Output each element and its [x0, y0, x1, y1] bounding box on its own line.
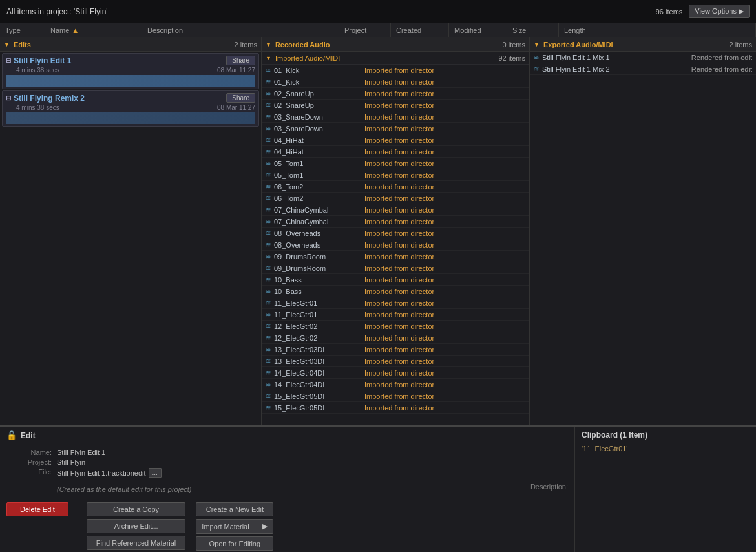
- exported-collapse-icon[interactable]: ▼: [534, 41, 540, 48]
- imported-item-desc: Imported from director: [364, 299, 525, 307]
- edit-item-2-date: 08 Mar 11:27: [217, 104, 255, 111]
- imported-audio-item-2[interactable]: ≋ 02_SnareUp Imported from director: [262, 88, 529, 100]
- imported-item-name: 14_ElecGtr04DI: [274, 369, 364, 377]
- imported-item-desc: Imported from director: [364, 206, 525, 214]
- edit-item-2[interactable]: ⊟ Still Flying Remix 2 Share 4 mins 38 s…: [2, 90, 259, 127]
- edits-section-header: ▼ Edits 2 items: [0, 37, 261, 52]
- imported-audio-item-6[interactable]: ≋ 04_HiHat Imported from director: [262, 134, 529, 146]
- create-new-edit-button[interactable]: Create a New Edit: [196, 502, 273, 516]
- items-count: 96 items: [656, 8, 683, 16]
- recorded-collapse-icon[interactable]: ▼: [266, 41, 271, 48]
- imported-audio-item-19[interactable]: ≋ 10_Bass Imported from director: [262, 286, 529, 297]
- archive-edit-button[interactable]: Archive Edit...: [87, 519, 186, 533]
- column-headers: Type Name ▲ Description Project Created …: [0, 23, 756, 37]
- audio-waveform-icon: ≋: [266, 323, 271, 330]
- audio-waveform-icon: ≋: [266, 276, 271, 283]
- audio-waveform-icon: ≋: [266, 90, 271, 97]
- audio-waveform-icon: ≋: [266, 218, 271, 225]
- imported-audio-item-21[interactable]: ≋ 11_ElecGtr01 Imported from director: [262, 309, 529, 321]
- clipboard-panel: Clipboard (1 Item) '11_ElecGtr01': [575, 427, 756, 552]
- imported-audio-item-24[interactable]: ≋ 13_ElecGtr03DI Imported from director: [262, 344, 529, 356]
- edit-item-1-share-button[interactable]: Share: [226, 56, 255, 65]
- exported-title: Exported Audio/MIDI: [543, 41, 613, 48]
- imported-audio-item-23[interactable]: ≋ 12_ElecGtr02 Imported from director: [262, 332, 529, 344]
- project-label: Project:: [6, 458, 52, 466]
- imported-item-name: 02_SnareUp: [274, 101, 364, 109]
- imported-item-desc: Imported from director: [364, 78, 525, 86]
- delete-edit-button[interactable]: Delete Edit: [6, 502, 68, 516]
- audio-waveform-icon: ≋: [266, 404, 271, 411]
- recorded-audio-header: ▼ Recorded Audio 0 items: [262, 37, 529, 52]
- edits-list: ⊟ Still Flyin Edit 1 Share 4 mins 38 sec…: [0, 52, 261, 425]
- imported-audio-item-13[interactable]: ≋ 07_ChinaCymbal Imported from director: [262, 216, 529, 228]
- imported-audio-item-5[interactable]: ≋ 03_SnareDown Imported from director: [262, 123, 529, 134]
- name-value: Still Flyin Edit 1: [57, 449, 568, 456]
- imported-item-name: 10_Bass: [274, 288, 364, 295]
- edits-collapse-icon[interactable]: ▼: [4, 41, 10, 48]
- create-copy-button[interactable]: Create a Copy: [87, 502, 186, 516]
- find-referenced-button[interactable]: Find Referenced Material: [87, 536, 186, 550]
- imported-audio-item-1[interactable]: ≋ 01_Kick Imported from director: [262, 76, 529, 88]
- imported-item-name: 04_HiHat: [274, 136, 364, 144]
- edits-count: 2 items: [235, 41, 257, 48]
- imported-item-desc: Imported from director: [364, 148, 525, 156]
- audio-waveform-icon: ≋: [266, 392, 271, 399]
- info-grid: Name: Still Flyin Edit 1 Project: Still …: [6, 449, 568, 478]
- exported-list[interactable]: ≋ Still Flyin Edit 1 Mix 1 Rendered from…: [530, 52, 756, 425]
- audio-waveform-icon: ≋: [266, 206, 271, 213]
- imported-audio-item-17[interactable]: ≋ 09_DrumsRoom Imported from director: [262, 262, 529, 274]
- imported-item-desc: Imported from director: [364, 288, 525, 295]
- imported-item-name: 12_ElecGtr02: [274, 334, 364, 342]
- edit-item-2-name: Still Flying Remix 2: [14, 94, 85, 103]
- imported-item-name: 03_SnareDown: [274, 113, 364, 121]
- description-label: Description:: [530, 483, 568, 491]
- import-material-button[interactable]: Import Material ▶: [196, 519, 273, 534]
- clipboard-item: '11_ElecGtr01': [582, 443, 750, 454]
- imported-audio-item-8[interactable]: ≋ 05_Tom1 Imported from director: [262, 158, 529, 169]
- exported-count: 2 items: [730, 41, 752, 48]
- imported-audio-item-20[interactable]: ≋ 11_ElecGtr01 Imported from director: [262, 297, 529, 309]
- imported-count: 92 items: [498, 54, 525, 62]
- imported-item-name: 05_Tom1: [274, 160, 364, 167]
- imported-audio-item-4[interactable]: ≋ 03_SnareDown Imported from director: [262, 111, 529, 123]
- imported-audio-item-7[interactable]: ≋ 04_HiHat Imported from director: [262, 146, 529, 158]
- edit-item-1[interactable]: ⊟ Still Flyin Edit 1 Share 4 mins 38 sec…: [2, 53, 259, 89]
- imported-audio-item-28[interactable]: ≋ 15_ElecGtr05DI Imported from director: [262, 390, 529, 402]
- exported-item-1[interactable]: ≋ Still Flyin Edit 1 Mix 2 Rendered from…: [530, 63, 756, 75]
- audio-waveform-icon: ≋: [266, 253, 271, 260]
- imported-audio-item-14[interactable]: ≋ 08_Overheads Imported from director: [262, 228, 529, 239]
- imported-audio-item-11[interactable]: ≋ 06_Tom2 Imported from director: [262, 193, 529, 204]
- imported-collapse-icon[interactable]: ▼: [266, 55, 271, 61]
- name-label: Name:: [6, 449, 52, 456]
- imported-audio-list[interactable]: ≋ 01_Kick Imported from director ≋ 01_Ki…: [262, 65, 529, 425]
- edit-section-label: Edit: [21, 431, 36, 440]
- view-options-button[interactable]: View Options ▶: [689, 5, 750, 18]
- imported-audio-item-10[interactable]: ≋ 06_Tom2 Imported from director: [262, 181, 529, 193]
- browse-button[interactable]: ...: [149, 468, 162, 478]
- imported-audio-item-25[interactable]: ≋ 13_ElecGtr03DI Imported from director: [262, 356, 529, 367]
- imported-audio-item-12[interactable]: ≋ 07_ChinaCymbal Imported from director: [262, 204, 529, 216]
- imported-audio-item-18[interactable]: ≋ 10_Bass Imported from director: [262, 274, 529, 286]
- imported-item-desc: Imported from director: [364, 101, 525, 109]
- imported-audio-item-3[interactable]: ≋ 02_SnareUp Imported from director: [262, 100, 529, 111]
- imported-audio-item-9[interactable]: ≋ 05_Tom1 Imported from director: [262, 169, 529, 181]
- imported-audio-item-27[interactable]: ≋ 14_ElecGtr04DI Imported from director: [262, 379, 529, 390]
- imported-audio-item-15[interactable]: ≋ 08_Overheads Imported from director: [262, 239, 529, 251]
- imported-item-name: 07_ChinaCymbal: [274, 206, 364, 214]
- project-value: Still Flyin: [57, 458, 568, 466]
- edit-item-2-share-button[interactable]: Share: [226, 93, 255, 103]
- open-for-editing-button[interactable]: Open for Editing: [196, 536, 273, 551]
- lock-icon: 🔓: [6, 430, 17, 440]
- imported-audio-item-26[interactable]: ≋ 14_ElecGtr04DI Imported from director: [262, 367, 529, 379]
- imported-item-desc: Imported from director: [364, 183, 525, 191]
- imported-item-name: 13_ElecGtr03DI: [274, 346, 364, 354]
- exported-item-0[interactable]: ≋ Still Flyin Edit 1 Mix 1 Rendered from…: [530, 52, 756, 63]
- imported-audio-item-29[interactable]: ≋ 15_ElecGtr05DI Imported from director: [262, 402, 529, 414]
- imported-audio-item-22[interactable]: ≋ 12_ElecGtr02 Imported from director: [262, 321, 529, 332]
- import-material-arrow: ▶: [262, 522, 268, 531]
- audio-waveform-icon: ≋: [266, 229, 271, 237]
- imported-audio-item-16[interactable]: ≋ 09_DrumsRoom Imported from director: [262, 251, 529, 262]
- col-created-header: Created: [391, 23, 449, 37]
- imported-audio-item-0[interactable]: ≋ 01_Kick Imported from director: [262, 65, 529, 76]
- audio-waveform-icon: ≋: [266, 101, 271, 109]
